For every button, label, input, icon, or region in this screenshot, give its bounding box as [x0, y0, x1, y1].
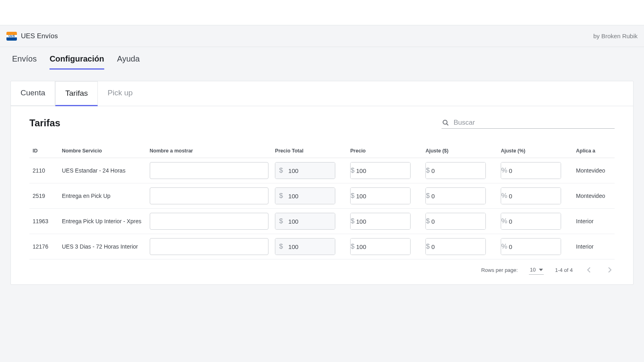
dollar-icon: $: [426, 162, 429, 179]
adj-percent-input[interactable]: [507, 162, 561, 179]
adj-dollar-input[interactable]: [430, 188, 486, 204]
th-display-name[interactable]: Nombre a mostrar: [147, 144, 272, 158]
adj-percent-input[interactable]: [507, 213, 561, 229]
adj-dollar-input[interactable]: [430, 213, 486, 229]
byline: by Broken Rubik: [593, 33, 638, 39]
cell-applies: Interior: [573, 209, 615, 234]
dollar-icon: $: [275, 239, 287, 255]
price-input[interactable]: [355, 239, 411, 255]
app-title: UES Envíos: [21, 32, 58, 40]
th-service-name[interactable]: Nombre Servicio: [59, 144, 147, 158]
cell-applies: Montevideo: [573, 158, 615, 183]
display-name-input[interactable]: [150, 162, 269, 179]
dollar-icon: $: [426, 188, 429, 204]
display-name-input[interactable]: [150, 213, 269, 230]
dollar-icon: $: [426, 213, 429, 229]
dollar-icon: $: [426, 239, 429, 255]
next-page-button[interactable]: [605, 267, 615, 273]
dollar-icon: $: [275, 213, 287, 229]
percent-icon: %: [501, 239, 507, 255]
adj-percent-stepper[interactable]: %: [501, 238, 561, 255]
total-price-field: $100: [275, 162, 335, 179]
total-price-value: 100: [287, 188, 335, 204]
cell-service: Entrega en Pick Up: [59, 183, 147, 209]
dollar-icon: $: [275, 188, 287, 204]
cell-id: 2519: [29, 183, 59, 209]
chevron-right-icon: [608, 267, 611, 273]
page-range: 1-4 of 4: [555, 267, 573, 273]
cell-id: 2110: [29, 158, 59, 183]
percent-icon: %: [501, 188, 507, 204]
total-price-value: 100: [287, 239, 335, 255]
app-header: UeS UES Envíos by Broken Rubik: [0, 25, 644, 47]
price-input[interactable]: [355, 213, 411, 229]
th-id[interactable]: ID: [29, 144, 59, 158]
nav-envios[interactable]: Envíos: [12, 54, 37, 70]
tab-pickup[interactable]: Pick up: [98, 81, 142, 106]
price-input[interactable]: [355, 162, 411, 179]
chevron-down-icon: [539, 269, 543, 271]
adj-dollar-input[interactable]: [430, 239, 486, 255]
tarifas-table: ID Nombre Servicio Nombre a mostrar Prec…: [29, 144, 615, 259]
prev-page-button[interactable]: [584, 267, 594, 273]
adj-dollar-stepper[interactable]: $: [425, 162, 486, 179]
adj-dollar-stepper[interactable]: $: [425, 238, 486, 255]
table-row: 12176UES 3 Dias - 72 Horas Interior$100$…: [29, 234, 615, 259]
nav-ayuda[interactable]: Ayuda: [117, 54, 140, 70]
nav-configuracion[interactable]: Configuración: [50, 54, 104, 70]
adj-percent-stepper[interactable]: %: [501, 213, 561, 230]
th-applies-to[interactable]: Aplica a: [573, 144, 615, 158]
total-price-field: $100: [275, 238, 335, 255]
total-price-value: 100: [287, 162, 335, 179]
tab-tarifas[interactable]: Tarifas: [55, 81, 98, 106]
th-total-price[interactable]: Precio Total: [272, 144, 347, 158]
cell-service: UES Estandar - 24 Horas: [59, 158, 147, 183]
cell-service: Entrega Pick Up Interior - Xpres: [59, 209, 147, 234]
display-name-input[interactable]: [150, 238, 269, 255]
cell-id: 12176: [29, 234, 59, 259]
adj-percent-input[interactable]: [507, 188, 561, 204]
percent-icon: %: [501, 213, 507, 229]
adj-percent-stepper[interactable]: %: [501, 162, 561, 179]
dollar-icon: $: [275, 162, 287, 179]
app-logo-icon: UeS: [6, 32, 17, 41]
chevron-left-icon: [587, 267, 590, 273]
total-price-field: $100: [275, 213, 335, 230]
cell-service: UES 3 Dias - 72 Horas Interior: [59, 234, 147, 259]
adj-percent-stepper[interactable]: %: [501, 187, 561, 204]
search-input[interactable]: [454, 119, 615, 127]
svg-point-0: [443, 120, 447, 124]
rows-per-page-select[interactable]: 10: [529, 265, 543, 275]
adj-dollar-stepper[interactable]: $: [425, 187, 486, 204]
display-name-input[interactable]: [150, 187, 269, 204]
table-row: 2110UES Estandar - 24 Horas$100$$%Montev…: [29, 158, 615, 183]
percent-icon: %: [501, 162, 507, 179]
search-field[interactable]: [442, 119, 615, 129]
price-stepper[interactable]: $: [350, 187, 411, 204]
table-row: 11963Entrega Pick Up Interior - Xpres$10…: [29, 209, 615, 234]
th-adj-percent[interactable]: Ajuste (%): [497, 144, 573, 158]
pagination: Rows per page: 10 1-4 of 4: [29, 259, 615, 276]
main-nav: Envíos Configuración Ayuda: [0, 47, 644, 70]
config-card: Cuenta Tarifas Pick up Tarifas ID Nombre…: [10, 81, 634, 285]
th-adj-dollar[interactable]: Ajuste ($): [422, 144, 497, 158]
table-row: 2519Entrega en Pick Up$100$$%Montevideo: [29, 183, 615, 209]
price-stepper[interactable]: $: [350, 238, 411, 255]
dollar-icon: $: [351, 239, 354, 255]
total-price-value: 100: [287, 213, 335, 229]
adj-percent-input[interactable]: [507, 239, 561, 255]
th-price[interactable]: Precio: [347, 144, 422, 158]
rows-per-page-label: Rows per page:: [481, 267, 518, 273]
dollar-icon: $: [351, 213, 354, 229]
price-stepper[interactable]: $: [350, 213, 411, 230]
price-stepper[interactable]: $: [350, 162, 411, 179]
adj-dollar-stepper[interactable]: $: [425, 213, 486, 230]
price-input[interactable]: [355, 188, 411, 204]
sub-tabs: Cuenta Tarifas Pick up: [11, 81, 633, 106]
dollar-icon: $: [351, 162, 354, 179]
dollar-icon: $: [351, 188, 354, 204]
adj-dollar-input[interactable]: [430, 162, 486, 179]
svg-line-1: [447, 124, 448, 125]
tab-cuenta[interactable]: Cuenta: [11, 81, 55, 106]
total-price-field: $100: [275, 187, 335, 204]
